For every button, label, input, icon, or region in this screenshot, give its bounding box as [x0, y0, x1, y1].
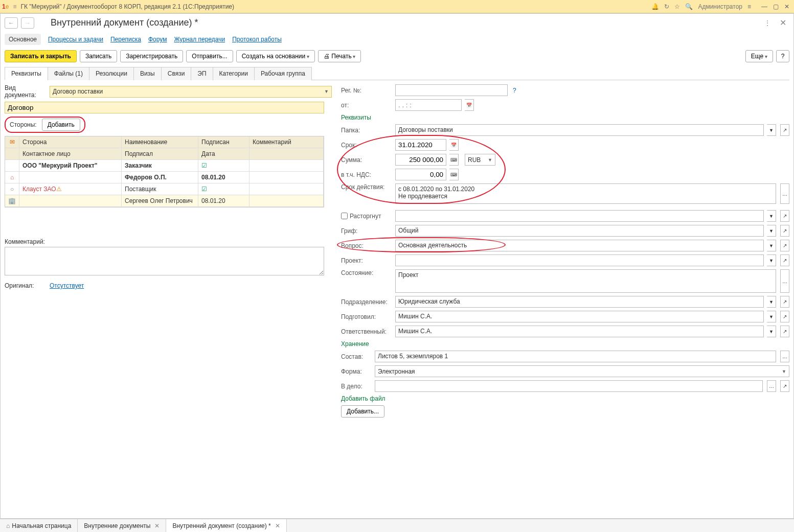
question-input[interactable]: Основная деятельность	[395, 240, 764, 251]
calculator-icon[interactable]: ⌨	[449, 169, 459, 180]
home-org-icon: ⌂	[10, 174, 14, 181]
state-input[interactable]: Проект	[395, 269, 776, 293]
table-row[interactable]: ○ Клауст ЗАО ⚠ Поставщик ☑	[5, 183, 324, 195]
tab-docs[interactable]: Внутренние документы ✕	[78, 519, 166, 532]
create-based-button[interactable]: Создать на основании	[236, 50, 315, 62]
open-icon[interactable]: ↗	[780, 326, 789, 337]
chevron-down-icon[interactable]: ▼	[767, 240, 776, 251]
main-content: ← → Внутренний документ (создание) * ⋮ ✕…	[0, 13, 794, 519]
register-button[interactable]: Зарегистрировать	[120, 50, 183, 62]
case-input[interactable]	[375, 380, 763, 392]
term-input[interactable]	[395, 139, 446, 151]
history-icon[interactable]: ↻	[664, 3, 669, 10]
open-icon[interactable]: ↗	[780, 296, 789, 308]
panel-icon[interactable]: ≡	[747, 3, 751, 10]
comment-textarea[interactable]	[5, 247, 324, 275]
open-icon[interactable]: ↗	[780, 240, 789, 251]
tab-requisites[interactable]: Реквизиты	[5, 67, 48, 80]
form-select[interactable]: Электронная▼	[375, 365, 789, 377]
tab-files[interactable]: Файлы (1)	[48, 67, 89, 80]
help-button[interactable]: ?	[776, 50, 789, 62]
tab-resolutions[interactable]: Резолюции	[89, 67, 134, 80]
resp-input[interactable]: Мишин С.А.	[395, 326, 764, 337]
minimize-icon[interactable]: —	[759, 2, 769, 11]
search-icon[interactable]: 🔍	[685, 3, 693, 10]
tab-workgroup[interactable]: Рабочая группа	[254, 67, 312, 80]
close-page-icon[interactable]: ✕	[777, 17, 789, 29]
maximize-icon[interactable]: ▢	[770, 2, 781, 11]
currency-select[interactable]: RUB▼	[465, 154, 495, 166]
help-hint-icon[interactable]: ?	[513, 87, 516, 94]
save-close-button[interactable]: Записать и закрыть	[5, 50, 77, 62]
ellipsis-icon[interactable]: …	[767, 380, 776, 392]
tab-current[interactable]: Внутренний документ (создание) * ✕	[166, 519, 286, 532]
close-window-icon[interactable]: ✕	[782, 2, 792, 11]
open-icon[interactable]: ↗	[780, 380, 789, 392]
tab-home[interactable]: ⌂ Начальная страница	[0, 519, 78, 532]
chevron-down-icon[interactable]: ▼	[767, 311, 776, 322]
chevron-down-icon[interactable]: ▼	[767, 124, 776, 136]
open-icon[interactable]: ↗	[780, 210, 789, 222]
content-input[interactable]: Листов 5, экземпляров 1	[375, 351, 776, 362]
nav-correspondence[interactable]: Переписка	[110, 36, 141, 43]
nav-processes[interactable]: Процессы и задачи	[48, 36, 103, 43]
menu-icon[interactable]: ≡	[13, 3, 16, 10]
folder-input[interactable]: Договоры поставки	[395, 124, 764, 136]
nav-work-protocol[interactable]: Протокол работы	[232, 36, 282, 43]
chevron-down-icon[interactable]: ▼	[767, 296, 776, 308]
back-button[interactable]: ←	[5, 17, 18, 29]
tab-ep[interactable]: ЭП	[191, 67, 213, 80]
forward-button[interactable]: →	[21, 17, 34, 29]
validity-text[interactable]: с 08.01.2020 по 31.01.2020 Не продлевает…	[395, 183, 776, 204]
project-input[interactable]	[395, 255, 764, 266]
open-icon[interactable]: ↗	[780, 311, 789, 322]
send-button[interactable]: Отправить...	[186, 50, 233, 62]
doc-type-select[interactable]: Договор поставки ▼	[50, 86, 332, 98]
chevron-down-icon[interactable]: ▼	[767, 210, 776, 222]
original-link[interactable]: Отсутствует	[50, 282, 84, 289]
close-tab-icon[interactable]: ✕	[154, 522, 160, 529]
chevron-down-icon[interactable]: ▼	[767, 255, 776, 266]
terminated-checkbox[interactable]	[341, 213, 348, 219]
table-row[interactable]: 🏢 Сергеев Олег Петрович 08.01.20	[5, 195, 324, 207]
ellipsis-icon[interactable]: …	[780, 183, 789, 204]
add-file-button[interactable]: Добавить...	[341, 405, 384, 418]
table-row[interactable]: ООО "Меркурий Проект" Заказчик ☑	[5, 160, 324, 172]
chevron-down-icon[interactable]: ▼	[767, 326, 776, 337]
title-input[interactable]	[5, 102, 324, 113]
regno-input[interactable]	[395, 84, 508, 96]
ellipsis-icon[interactable]: …	[780, 351, 789, 362]
add-party-button[interactable]: Добавить	[42, 119, 80, 131]
prepared-input[interactable]: Мишин С.А.	[395, 311, 764, 322]
sum-input[interactable]	[395, 154, 446, 166]
save-button[interactable]: Записать	[80, 50, 117, 62]
stamp-input[interactable]: Общий	[395, 225, 764, 237]
table-row[interactable]: ⌂ Федоров О.П. 08.01.20	[5, 172, 324, 183]
from-date-input[interactable]	[395, 99, 462, 111]
more-button[interactable]: Еще	[745, 50, 773, 62]
nav-main[interactable]: Основное	[9, 36, 37, 43]
open-icon[interactable]: ↗	[780, 124, 789, 136]
chevron-down-icon[interactable]: ▼	[767, 225, 776, 237]
user-label[interactable]: Администратор	[698, 3, 742, 10]
terminated-input[interactable]	[395, 210, 764, 222]
calculator-icon[interactable]: ⌨	[449, 154, 459, 166]
calendar-icon[interactable]: 📅	[449, 139, 459, 151]
ellipsis-icon[interactable]: …	[780, 269, 789, 293]
close-tab-icon[interactable]: ✕	[275, 522, 280, 529]
open-icon[interactable]: ↗	[780, 255, 789, 266]
open-icon[interactable]: ↗	[780, 225, 789, 237]
col-signed: Подписан	[198, 136, 249, 148]
tab-categories[interactable]: Категории	[213, 67, 255, 80]
print-button[interactable]: Печать	[318, 50, 361, 62]
star-icon[interactable]: ☆	[674, 3, 680, 10]
tab-links[interactable]: Связи	[161, 67, 192, 80]
nav-forum[interactable]: Форум	[148, 36, 167, 43]
dept-input[interactable]: Юридическая служба	[395, 296, 764, 308]
bell-icon[interactable]: 🔔	[651, 3, 659, 10]
vat-input[interactable]	[395, 169, 446, 180]
tab-visas[interactable]: Визы	[133, 67, 162, 80]
kebab-icon[interactable]: ⋮	[761, 18, 774, 28]
calendar-icon[interactable]: 📅	[465, 99, 474, 111]
nav-transfer-journal[interactable]: Журнал передачи	[174, 36, 225, 43]
